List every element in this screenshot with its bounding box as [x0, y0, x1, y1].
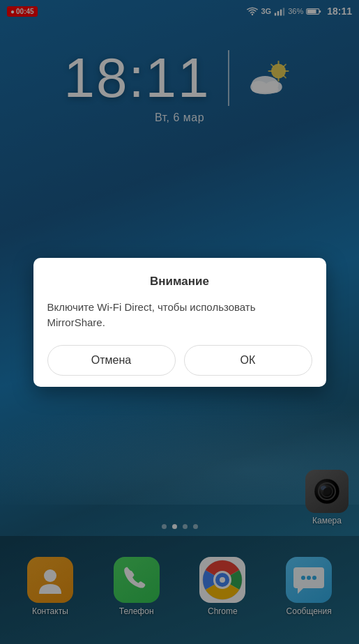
- dialog-buttons: Отмена ОК: [47, 345, 312, 376]
- dialog: Внимание Включите Wi-Fi Direct, чтобы ис…: [33, 258, 326, 387]
- modal-overlay: Внимание Включите Wi-Fi Direct, чтобы ис…: [0, 0, 359, 644]
- dialog-message: Включите Wi-Fi Direct, чтобы использоват…: [47, 300, 312, 331]
- ok-button[interactable]: ОК: [184, 345, 312, 376]
- dialog-title: Внимание: [47, 275, 312, 289]
- cancel-button[interactable]: Отмена: [47, 345, 176, 376]
